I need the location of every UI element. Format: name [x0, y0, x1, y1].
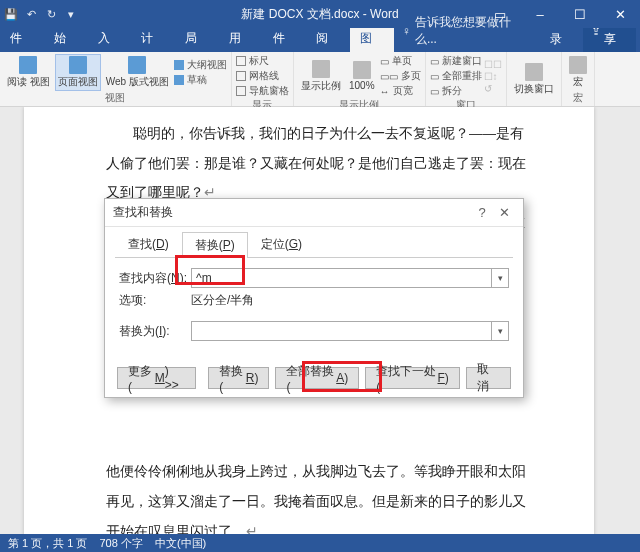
dialog-help-icon[interactable]: ? [471, 205, 493, 220]
tell-me[interactable]: ♀ 告诉我您想要做什么... [394, 10, 540, 52]
maximize-icon[interactable]: ☐ [560, 0, 600, 28]
title-bar: 💾 ↶ ↻ ▾ 新建 DOCX 文档.docx - Word ▭ – ☐ ✕ [0, 0, 640, 28]
draft-button[interactable]: 草稿 [174, 73, 227, 87]
macros-button[interactable]: 宏 [566, 54, 590, 91]
view-side-button: ☐☐ [484, 59, 502, 70]
arrange-all-button[interactable]: ▭全部重排 [430, 69, 482, 83]
split-button[interactable]: ▭拆分 [430, 84, 482, 98]
replace-all-button[interactable]: 全部替换(A) [275, 367, 359, 389]
ribbon-tabs: 文件 开始 插入 设计 布局 引用 邮件 审阅 视图 ♀ 告诉我您想要做什么..… [0, 28, 640, 52]
group-macro-label: 宏 [573, 91, 583, 106]
web-layout-button[interactable]: Web 版式视图 [103, 54, 172, 91]
qat-dropdown-icon[interactable]: ▾ [64, 7, 78, 21]
find-dropdown-icon[interactable]: ▾ [492, 268, 509, 288]
cancel-button[interactable]: 取消 [466, 367, 511, 389]
zoom-100-button[interactable]: 100% [346, 59, 378, 93]
print-layout-button[interactable]: 页面视图 [55, 54, 101, 91]
lightbulb-icon: ♀ [402, 24, 411, 38]
one-page-button[interactable]: ▭单页 [380, 54, 421, 68]
para-1: 聪明的，你告诉我，我们的日子为什么一去不复返呢？——是有人偷了他们罢：那是谁？又… [106, 126, 526, 200]
switch-windows-button[interactable]: 切换窗口 [511, 61, 557, 98]
dialog-title: 查找和替换 [113, 204, 471, 221]
sync-scroll-button: ☐↕ [484, 71, 502, 82]
zoom-button[interactable]: 显示比例 [298, 58, 344, 95]
status-lang[interactable]: 中文(中国) [155, 536, 206, 551]
page-width-button[interactable]: ↔页宽 [380, 84, 421, 98]
new-window-button[interactable]: ▭新建窗口 [430, 54, 482, 68]
dialog-close-icon[interactable]: ✕ [493, 205, 515, 220]
window-title: 新建 DOCX 文档.docx - Word [241, 6, 398, 23]
ruler-checkbox[interactable]: 标尺 [236, 54, 289, 68]
read-mode-button[interactable]: 阅读 视图 [4, 54, 53, 91]
undo-icon[interactable]: ↶ [24, 7, 38, 21]
replace-input[interactable] [191, 321, 492, 341]
find-input[interactable]: ^m [191, 268, 492, 288]
outline-button[interactable]: 大纲视图 [174, 58, 227, 72]
replace-button[interactable]: 替换(R) [208, 367, 269, 389]
multi-page-button[interactable]: ▭▭多页 [380, 69, 421, 83]
save-icon[interactable]: 💾 [4, 7, 18, 21]
group-views-label: 视图 [105, 91, 125, 106]
navpane-checkbox[interactable]: 导航窗格 [236, 84, 289, 98]
redo-icon[interactable]: ↻ [44, 7, 58, 21]
status-bar: 第 1 页，共 1 页 708 个字 中文(中国) [0, 534, 640, 552]
find-next-button[interactable]: 查找下一处(F) [365, 367, 460, 389]
ribbon: 阅读 视图 页面视图 Web 版式视图 大纲视图 草稿 视图 标尺 网格线 导航… [0, 52, 640, 107]
options-label: 选项: [119, 292, 191, 309]
status-page[interactable]: 第 1 页，共 1 页 [8, 536, 87, 551]
gridlines-checkbox[interactable]: 网格线 [236, 69, 289, 83]
dialog-tab-replace[interactable]: 替换(P) [182, 232, 248, 258]
more-button[interactable]: 更多(M) >> [117, 367, 196, 389]
find-replace-dialog: 查找和替换 ? ✕ 查找(D) 替换(P) 定位(G) 查找内容(N): ^m … [104, 198, 524, 398]
reset-pos-button: ↺ [484, 83, 502, 94]
replace-dropdown-icon[interactable]: ▾ [492, 321, 509, 341]
para-3: 他便伶伶俐俐地从我身上跨过，从我脚边飞去了。等我睁开眼和太阳再见，这算又溜走了一… [106, 464, 526, 534]
replace-label: 替换为(I): [119, 323, 191, 340]
find-label: 查找内容(N): [119, 270, 191, 287]
options-value: 区分全/半角 [191, 292, 254, 309]
dialog-tab-goto[interactable]: 定位(G) [248, 231, 315, 257]
dialog-tab-find[interactable]: 查找(D) [115, 231, 182, 257]
close-icon[interactable]: ✕ [600, 0, 640, 28]
status-words[interactable]: 708 个字 [99, 536, 142, 551]
